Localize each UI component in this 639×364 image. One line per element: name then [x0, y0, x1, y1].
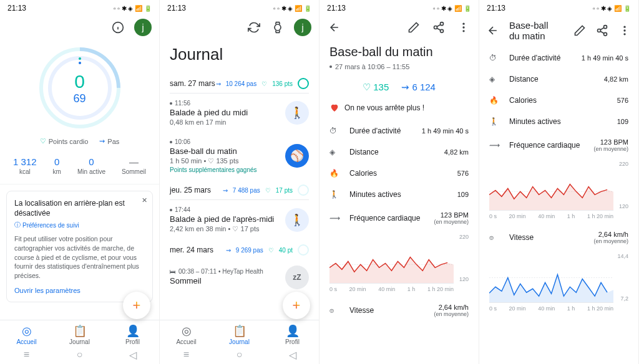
svg-point-13: [604, 26, 607, 29]
activity-item[interactable]: 🛏00:38 – 07:11 • HeyTap Health Sommeil z…: [170, 259, 309, 289]
svg-line-16: [600, 31, 604, 33]
activity-item[interactable]: 17:44 Balade à pied de l'après-midi 2,42…: [170, 200, 309, 239]
back-icon[interactable]: [487, 23, 499, 38]
svg-point-4: [441, 22, 444, 26]
svg-point-10: [462, 26, 464, 28]
recents-button[interactable]: ≡: [181, 349, 192, 360]
metric-calories[interactable]: 🔥Calories576: [320, 163, 479, 184]
clipboard-icon: 📋: [213, 324, 266, 338]
location-card: ✕ La localisation en arrière-plan est dé…: [6, 191, 153, 302]
day-header[interactable]: mer. 24 mars ⇝9 269 pas♡40 pt: [170, 239, 309, 259]
metric-heart-rate[interactable]: ⟿Fréquence cardiaque123 BPM(en moyenne): [479, 132, 638, 158]
metric-calories[interactable]: 🔥Calories576: [479, 90, 638, 111]
baseball-icon: ⚾: [285, 144, 309, 168]
target-icon: ◎: [0, 324, 53, 338]
add-activity-fab[interactable]: +: [283, 292, 310, 319]
screen-home: 21:13 ▫ ▫ ✱ ◈ 📶 🔋 j 0 69 ♡Points cardio …: [0, 0, 160, 364]
share-icon[interactable]: [431, 20, 446, 35]
svg-line-7: [437, 28, 441, 30]
steps-icon: ⇝: [99, 137, 105, 145]
activity-ring[interactable]: 0 69: [0, 41, 159, 132]
nav-home[interactable]: ◎Accueil: [160, 324, 213, 345]
nav-journal[interactable]: 📋Journal: [53, 324, 106, 345]
heart-rate-chart[interactable]: 220120 0 s20 min40 min1 h1 h 20 min: [479, 158, 638, 224]
journal-list[interactable]: sam. 27 mars ⇝10 264 pas♡136 pts 11:56 B…: [160, 73, 319, 320]
day-header[interactable]: sam. 27 mars ⇝10 264 pas♡136 pts: [170, 73, 309, 93]
target-icon: ◎: [160, 324, 213, 338]
heart-icon: ♡: [40, 137, 46, 145]
status-icons: ▫ ▫ ✱ ◈ 📶 🔋: [593, 5, 631, 12]
info-icon: ⓘ: [14, 221, 21, 229]
tracking-prefs-link[interactable]: ⓘPréférences de suivi: [14, 221, 145, 229]
svg-point-6: [441, 29, 444, 32]
metric-distance[interactable]: ◈Distance4,82 km: [479, 69, 638, 90]
metric-distance[interactable]: ◈Distance4,82 km: [320, 141, 479, 163]
heart-icon: ♡: [363, 82, 371, 92]
screen-activity-detail-scrolled: 21:13 ▫ ▫ ✱ ◈ 📶 🔋 Base-ball du matin ⏱Du…: [479, 0, 639, 364]
appbar-title: Base-ball du matin: [509, 20, 554, 41]
pulse-icon: ⟿: [329, 214, 341, 223]
svg-point-9: [462, 23, 464, 25]
metric-duration[interactable]: ⏱Durée d'activité1 h 49 min 40 s: [479, 47, 638, 69]
open-settings-link[interactable]: Ouvrir les paramètres: [14, 287, 145, 294]
person-icon: 👤: [106, 324, 159, 338]
activity-item[interactable]: 11:56 Balade à pied du midi 0,48 km en 1…: [170, 93, 309, 132]
pulse-icon: ⟿: [489, 141, 500, 150]
timer-icon: ⏱: [489, 54, 500, 62]
home-button[interactable]: ○: [234, 349, 245, 360]
edit-icon[interactable]: [573, 23, 586, 38]
home-button[interactable]: ○: [74, 349, 85, 360]
status-icons: ▫ ▫ ✱ ◈ 📶 🔋: [114, 5, 152, 12]
svg-point-20: [623, 33, 625, 35]
timer-icon: ⏱: [329, 127, 341, 135]
nav-journal[interactable]: 📋Journal: [213, 324, 266, 345]
system-nav: ≡ ○ ◁: [160, 347, 319, 364]
info-icon[interactable]: [110, 20, 125, 35]
stat-kcal[interactable]: 1 312kcal: [13, 156, 37, 175]
distance-icon: ◈: [329, 148, 341, 156]
recents-button[interactable]: ≡: [21, 349, 32, 360]
person-icon: 👤: [266, 324, 319, 338]
system-nav: ≡ ○ ◁: [0, 347, 159, 364]
steps-icon: ⇝: [216, 80, 221, 87]
metric-duration[interactable]: ⏱Durée d'activité1 h 49 min 40 s: [320, 120, 479, 141]
clock: 21:13: [7, 4, 26, 12]
svg-point-3: [275, 24, 281, 31]
steps-value: 69: [73, 92, 85, 105]
nav-profile[interactable]: 👤Profil: [106, 324, 159, 345]
metric-speed[interactable]: ⌾Vitesse2,64 km/h(en moyenne): [320, 297, 479, 323]
stat-km[interactable]: 0km: [53, 156, 61, 175]
add-activity-fab[interactable]: +: [123, 292, 150, 319]
metric-heart-rate[interactable]: ⟿Fréquence cardiaque123 BPM(en moyenne): [320, 205, 479, 231]
heart-rate-chart[interactable]: 220120 0 s20 min40 min1 h1 h 20 min: [320, 231, 479, 297]
metric-speed[interactable]: ⌾Vitesse2,64 km/h(en moyenne): [479, 224, 638, 251]
share-icon[interactable]: [596, 23, 608, 38]
more-icon[interactable]: [618, 23, 631, 38]
day-ring-icon: [298, 184, 309, 196]
nav-profile[interactable]: 👤Profil: [266, 324, 319, 345]
nav-home[interactable]: ◎Accueil: [0, 324, 53, 345]
more-icon[interactable]: [456, 20, 471, 35]
edit-icon[interactable]: [406, 20, 421, 35]
metric-active-min[interactable]: 🚶Minutes actives109: [479, 111, 638, 132]
sync-icon[interactable]: [246, 20, 261, 35]
back-icon[interactable]: [327, 20, 342, 35]
metric-active-min[interactable]: 🚶Minutes actives109: [320, 184, 479, 205]
back-button[interactable]: ◁: [127, 349, 139, 360]
walk-icon: 🚶: [489, 117, 500, 126]
avatar[interactable]: j: [294, 19, 311, 36]
avatar[interactable]: j: [134, 19, 152, 36]
cardio-points-value: 0: [74, 71, 85, 92]
activity-item[interactable]: 10:06 Base-ball du matin 1 h 50 min • ♡ …: [170, 132, 309, 180]
stat-active-min[interactable]: 0Min active: [77, 156, 105, 175]
back-button[interactable]: ◁: [287, 349, 298, 360]
close-icon[interactable]: ✕: [142, 196, 147, 204]
watch-icon[interactable]: [270, 20, 285, 35]
day-header[interactable]: jeu. 25 mars ⇝7 488 pas♡17 pts: [170, 180, 309, 200]
speed-chart[interactable]: 14,47,2 0 s20 min40 min1 h1 h 20 min: [479, 251, 638, 317]
stats-row: 1 312kcal 0km 0Min active —Sommeil: [0, 153, 159, 184]
stat-sleep[interactable]: —Sommeil: [122, 156, 146, 175]
clock: 21:13: [327, 4, 346, 12]
svg-point-15: [604, 32, 607, 36]
heart-icon: ♡: [265, 187, 271, 194]
